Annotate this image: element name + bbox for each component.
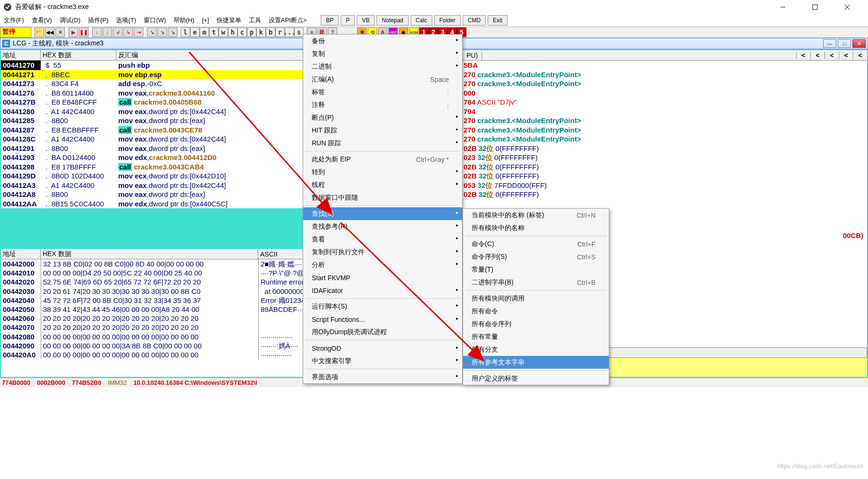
tb-letter-c[interactable]: c — [237, 27, 247, 37]
reg-left-arrow3[interactable]: < — [824, 52, 839, 59]
mdi-minimize-button[interactable]: — — [823, 39, 836, 48]
ctx--[interactable]: 备份 — [303, 35, 462, 47]
ctx-idaficator[interactable]: IDAFicator — [303, 284, 462, 297]
menubtn-notepad[interactable]: Notepad — [377, 15, 408, 26]
dump-col-addr[interactable]: 地址 — [1, 249, 41, 259]
tb-letter-p[interactable]: p — [247, 27, 256, 37]
ctx--s-[interactable]: 运行脚本(S) — [303, 300, 462, 313]
dump-col-hex[interactable]: HEX 数据 — [41, 249, 258, 259]
tb-letter-s[interactable]: s — [294, 27, 304, 37]
menu-5[interactable]: 窗口(W) — [140, 17, 170, 24]
ctx--[interactable]: 注释; — [303, 98, 462, 111]
tb-rewind-icon[interactable]: ◀◀ — [45, 27, 54, 37]
ctx--eip[interactable]: 此处为新 EIPCtrl+Gray * — [303, 153, 462, 166]
tb-trace1-icon[interactable]: ↘ — [147, 27, 157, 37]
tb-play-icon[interactable]: ▶ — [69, 27, 78, 37]
ctx-strongod[interactable]: StrongOD — [303, 342, 462, 355]
ctx--[interactable]: 分析 — [303, 258, 462, 271]
minimize-button[interactable] — [773, 1, 792, 13]
tb-letter-t[interactable]: t — [209, 27, 219, 37]
ctx--a-[interactable]: 汇编(A)Space — [303, 73, 462, 86]
ctx--[interactable]: 复制 — [303, 47, 462, 60]
ctx-start-fkvmp[interactable]: Start FKVMP — [303, 271, 462, 284]
col-hex[interactable]: HEX 数据 — [41, 50, 116, 60]
tb-step5-icon[interactable]: ⇥ — [134, 27, 143, 37]
tb-letter-m[interactable]: m — [200, 27, 209, 37]
tb-step2-icon[interactable]: ↓ — [103, 27, 112, 37]
ctx--[interactable]: 所有模块间的调用 — [463, 292, 609, 305]
ctx--[interactable]: 所有命令 — [463, 305, 609, 318]
menu-6[interactable]: 帮助(H) — [170, 17, 198, 24]
col-addr[interactable]: 地址 — [1, 50, 41, 60]
menu-8[interactable]: 快捷菜单 — [213, 17, 245, 24]
tb-letter-w[interactable]: w — [219, 27, 228, 37]
ctx--[interactable]: 中文搜索引擎 — [303, 355, 462, 367]
tb-pause-icon[interactable]: ❚❚ — [79, 27, 88, 37]
close-button[interactable] — [838, 1, 857, 13]
menubtn-exit[interactable]: Exit — [488, 15, 508, 26]
ctx--[interactable]: 所有命令序列 — [463, 318, 609, 330]
ctx--[interactable]: 复制到可执行文件 — [303, 246, 462, 258]
context-menu-search[interactable]: 当前模块中的名称 (标签)Ctrl+N所有模块中的名称命令(C)Ctrl+F命令… — [463, 208, 609, 385]
context-menu-main[interactable]: 备份复制二进制汇编(A)Space标签:注释;断点(P)HIT 跟踪RUN 跟踪… — [303, 34, 463, 384]
tb-letter-l[interactable]: l — [181, 27, 190, 37]
mdi-maximize-button[interactable]: □ — [838, 39, 851, 48]
ctx--[interactable]: 所有常量 — [463, 330, 609, 343]
menubtn-calc[interactable]: Calc — [411, 15, 432, 26]
ctx--[interactable]: 线程 — [303, 178, 462, 191]
ctx--[interactable]: 转到 — [303, 166, 462, 178]
menu-4[interactable]: 选项(T) — [112, 17, 140, 24]
tb-step1-icon[interactable]: ↓ — [92, 27, 102, 37]
menubtn-folder[interactable]: Folder — [434, 15, 461, 26]
tb-letter-b[interactable]: b — [266, 27, 275, 37]
tb-step3-icon[interactable]: ↲ — [113, 27, 123, 37]
ctx--[interactable]: 所有分支 — [463, 343, 609, 356]
ctx--[interactable]: 标签: — [303, 86, 462, 98]
reg-left-arrow5[interactable]: < — [853, 52, 867, 59]
ctx--p-[interactable]: 断点(P) — [303, 111, 462, 124]
ctx-script-functions-[interactable]: Script Functions... — [303, 313, 462, 326]
ctx--[interactable]: 所有模块中的名称 — [463, 222, 609, 234]
ctx--[interactable]: 数据窗口中跟随 — [303, 191, 462, 204]
reg-left-arrow2[interactable]: < — [810, 52, 824, 59]
tb-letter-...[interactable]: ... — [285, 27, 294, 37]
tb-folder-icon[interactable]: 📂 — [35, 27, 44, 37]
tb-trace2-icon[interactable]: ↘ — [158, 27, 167, 37]
tb-letter-h[interactable]: h — [228, 27, 237, 37]
menubtn-p[interactable]: P — [341, 15, 355, 26]
tb-step4-icon[interactable]: ↳ — [123, 27, 133, 37]
ctx--[interactable]: 用户定义的标签 — [463, 372, 609, 385]
ctx--[interactable]: 二进制 — [303, 60, 462, 73]
ctx--ollydump-[interactable]: 用OllyDump脱壳调试进程 — [303, 326, 462, 338]
menu-1[interactable]: 查看(V) — [28, 17, 56, 24]
menubtn-cmd[interactable]: CMD — [463, 15, 486, 26]
tb-letter-k[interactable]: k — [256, 27, 266, 37]
ctx--[interactable]: 当前模块中的名称 (标签)Ctrl+N — [463, 209, 609, 222]
ctx--b-[interactable]: 二进制字串(B)Ctrl+B — [463, 276, 609, 289]
tb-letter-e[interactable]: e — [190, 27, 200, 37]
ctx--r-[interactable]: 查找参考(R) — [303, 220, 462, 233]
menubtn-bp[interactable]: BP — [321, 15, 339, 26]
menu-9[interactable]: 工具 — [245, 17, 265, 24]
menubtn-vb[interactable]: VB — [357, 15, 375, 26]
menu-7[interactable]: [+] — [198, 17, 213, 24]
ctx--[interactable]: 查看 — [303, 233, 462, 246]
ctx--[interactable]: 界面选项 — [303, 371, 462, 383]
ctx-hit-[interactable]: HIT 跟踪 — [303, 124, 462, 137]
reg-left-arrow[interactable]: < — [796, 52, 810, 59]
menu-3[interactable]: 插件(P) — [84, 17, 112, 24]
ctx--[interactable]: 所有参考文本字串 — [463, 356, 609, 369]
maximize-button[interactable] — [806, 1, 824, 13]
mdi-close-button[interactable]: ✕ — [852, 39, 866, 48]
menu-0[interactable]: 文件(F) — [0, 17, 28, 24]
tb-trace3-icon[interactable]: ↘ — [168, 27, 177, 37]
menu-2[interactable]: 调试(D) — [56, 17, 84, 24]
ctx-run-[interactable]: RUN 跟踪 — [303, 137, 462, 150]
tb-stop-icon[interactable]: ✕ — [55, 27, 65, 37]
ctx--s-[interactable]: 查找(S) — [303, 207, 462, 220]
reg-left-arrow4[interactable]: < — [839, 52, 853, 59]
ctx--s-[interactable]: 命令序列(S)Ctrl+S — [463, 250, 609, 263]
menu-10[interactable]: 设置API断点> — [265, 17, 311, 24]
ctx--t-[interactable]: 常量(T) — [463, 263, 609, 276]
ctx--c-[interactable]: 命令(C)Ctrl+F — [463, 238, 609, 250]
